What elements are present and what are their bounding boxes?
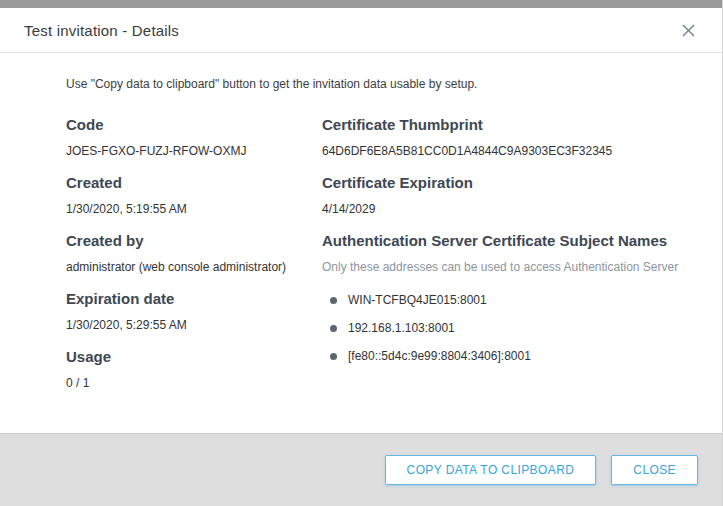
field-label: Authentication Server Certificate Subjec… <box>322 231 698 250</box>
field-usage: Usage 0 / 1 <box>66 347 322 391</box>
field-label: Created <box>66 173 322 192</box>
bullet-icon <box>330 297 337 304</box>
field-label: Expiration date <box>66 289 322 308</box>
invitation-details-dialog: Test invitation - Details Use "Copy data… <box>0 0 723 506</box>
list-item: WIN-TCFBQ4JE015:8001 <box>322 293 698 307</box>
close-icon <box>682 24 695 37</box>
copy-data-to-clipboard-button[interactable]: COPY DATA TO CLIPBOARD <box>385 455 597 485</box>
field-certificate-thumbprint: Certificate Thumbprint 64D6DF6E8A5B81CC0… <box>322 115 698 159</box>
field-value: 64D6DF6E8A5B81CC0D1A4844C9A9303EC3F32345 <box>322 144 698 159</box>
close-button[interactable] <box>674 16 702 44</box>
dialog-header: Test invitation - Details <box>0 8 722 53</box>
bullet-icon <box>330 325 337 332</box>
field-certificate-expiration: Certificate Expiration 4/14/2029 <box>322 173 698 217</box>
dialog-body: Use "Copy data to clipboard" button to g… <box>0 53 722 433</box>
field-label: Created by <box>66 231 322 250</box>
field-value: JOES-FGXO-FUZJ-RFOW-OXMJ <box>66 144 322 159</box>
dialog-title: Test invitation - Details <box>24 22 179 39</box>
field-subject-names: Authentication Server Certificate Subjec… <box>322 231 698 363</box>
field-value: administrator (web console administrator… <box>66 260 322 275</box>
list-item: 192.168.1.103:8001 <box>322 321 698 335</box>
field-label: Certificate Thumbprint <box>322 115 698 134</box>
right-column: Certificate Thumbprint 64D6DF6E8A5B81CC0… <box>322 115 698 405</box>
left-column: Code JOES-FGXO-FUZJ-RFOW-OXMJ Created 1/… <box>66 115 322 405</box>
field-value: 0 / 1 <box>66 376 322 391</box>
subject-name-text: WIN-TCFBQ4JE015:8001 <box>348 293 487 307</box>
dialog-footer: COPY DATA TO CLIPBOARD CLOSE <box>0 433 722 506</box>
field-label: Usage <box>66 347 322 366</box>
subject-name-text: [fe80::5d4c:9e99:8804:3406]:8001 <box>348 349 531 363</box>
bullet-icon <box>330 353 337 360</box>
field-label: Code <box>66 115 322 134</box>
field-value: 1/30/2020, 5:29:55 AM <box>66 318 322 333</box>
instruction-text: Use "Copy data to clipboard" button to g… <box>66 77 698 91</box>
details-columns: Code JOES-FGXO-FUZJ-RFOW-OXMJ Created 1/… <box>66 115 698 405</box>
field-value: 4/14/2029 <box>322 202 698 217</box>
field-expiration-date: Expiration date 1/30/2020, 5:29:55 AM <box>66 289 322 333</box>
field-code: Code JOES-FGXO-FUZJ-RFOW-OXMJ <box>66 115 322 159</box>
subject-names-note: Only these addresses can be used to acce… <box>322 260 698 275</box>
field-value: 1/30/2020, 5:19:55 AM <box>66 202 322 217</box>
subject-names-list: WIN-TCFBQ4JE015:8001 192.168.1.103:8001 … <box>322 293 698 363</box>
subject-name-text: 192.168.1.103:8001 <box>348 321 455 335</box>
field-created: Created 1/30/2020, 5:19:55 AM <box>66 173 322 217</box>
close-dialog-button[interactable]: CLOSE <box>611 455 698 485</box>
field-label: Certificate Expiration <box>322 173 698 192</box>
list-item: [fe80::5d4c:9e99:8804:3406]:8001 <box>322 349 698 363</box>
field-created-by: Created by administrator (web console ad… <box>66 231 322 275</box>
top-accent-bar <box>0 0 722 8</box>
